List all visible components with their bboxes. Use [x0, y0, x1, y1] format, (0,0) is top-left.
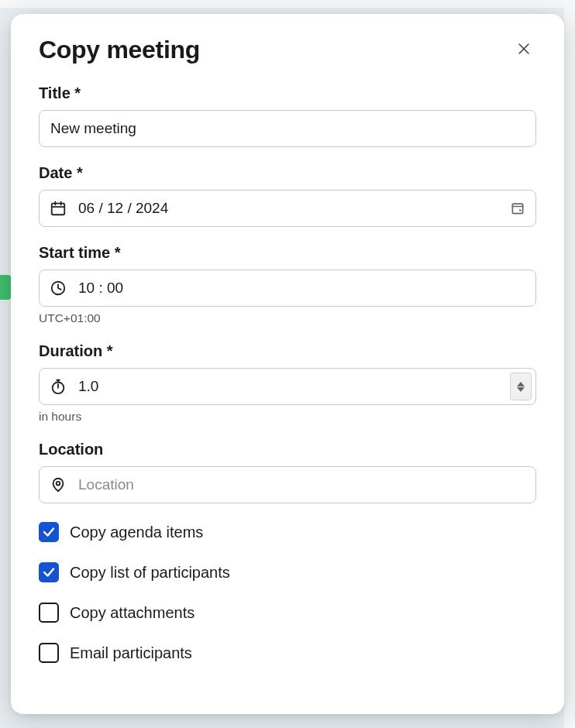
copy-agenda-label[interactable]: Copy agenda items [70, 524, 203, 541]
copy-participants-checkbox[interactable] [39, 562, 59, 582]
duration-label: Duration * [39, 342, 536, 360]
email-participants-checkbox[interactable] [39, 643, 59, 663]
location-label: Location [39, 441, 536, 458]
email-participants-label[interactable]: Email participants [70, 644, 192, 662]
start-time-input[interactable] [39, 270, 536, 307]
modal-title: Copy meeting [39, 36, 200, 64]
duration-helper: in hours [39, 410, 536, 424]
copy-participants-label[interactable]: Copy list of participants [70, 564, 230, 582]
location-input[interactable] [39, 466, 536, 503]
title-label: Title * [39, 84, 536, 102]
modal-scroll-area[interactable]: Copy meeting Title * Date * [11, 14, 564, 714]
copy-attachments-label[interactable]: Copy attachments [70, 604, 195, 622]
duration-input[interactable] [39, 368, 536, 405]
timezone-helper: UTC+01:00 [39, 311, 536, 325]
title-input[interactable] [39, 110, 536, 147]
close-icon [518, 43, 530, 57]
date-input[interactable] [39, 190, 536, 227]
copy-meeting-modal: Copy meeting Title * Date * [11, 14, 564, 714]
close-button[interactable] [511, 37, 536, 62]
date-label: Date * [39, 164, 536, 182]
start-time-label: Start time * [39, 244, 536, 262]
copy-agenda-checkbox[interactable] [39, 522, 59, 542]
copy-attachments-checkbox[interactable] [39, 603, 59, 623]
